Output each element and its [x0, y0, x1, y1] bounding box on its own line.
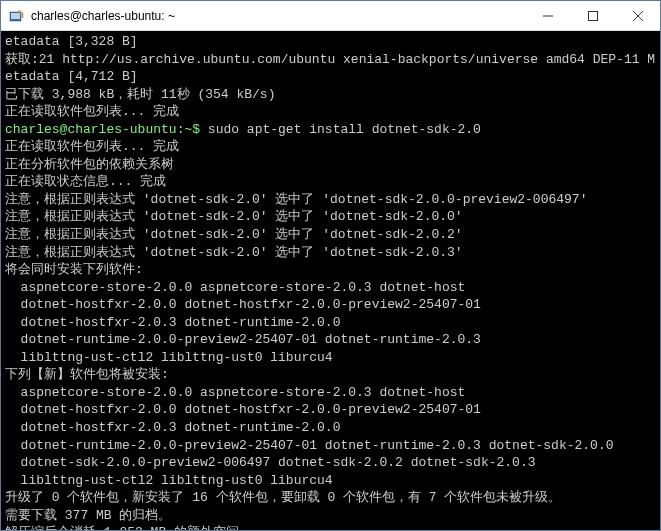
putty-icon — [9, 8, 25, 24]
svg-rect-3 — [588, 11, 597, 20]
out-line: 注意，根据正则表达式 'dotnet-sdk-2.0' 选中了 'dotnet-… — [5, 227, 463, 242]
out-line: 需要下载 377 MB 的归档。 — [5, 508, 171, 523]
out-line: 正在分析软件包的依赖关系树 — [5, 157, 174, 172]
out-line: liblttng-ust-ctl2 liblttng-ust0 liburcu4 — [5, 473, 333, 488]
out-line: 正在读取软件包列表... 完成 — [5, 139, 179, 154]
maximize-button[interactable] — [570, 1, 615, 30]
out-line: 下列【新】软件包将被安装: — [5, 367, 169, 382]
titlebar[interactable]: charles@charles-ubuntu: ~ — [1, 1, 660, 31]
window-controls — [525, 1, 660, 30]
out-line: 正在读取状态信息... 完成 — [5, 174, 166, 189]
out-line: 升级了 0 个软件包，新安装了 16 个软件包，要卸载 0 个软件包，有 7 个… — [5, 490, 561, 505]
command-text: sudo apt-get install dotnet-sdk-2.0 — [200, 122, 481, 137]
close-button[interactable] — [615, 1, 660, 30]
out-line: 注意，根据正则表达式 'dotnet-sdk-2.0' 选中了 'dotnet-… — [5, 192, 587, 207]
window-title: charles@charles-ubuntu: ~ — [31, 9, 525, 23]
svg-rect-1 — [11, 13, 20, 19]
out-line: dotnet-hostfxr-2.0.3 dotnet-runtime-2.0.… — [5, 420, 340, 435]
out-line: liblttng-ust-ctl2 liblttng-ust0 liburcu4 — [5, 350, 333, 365]
out-line: dotnet-sdk-2.0.0-preview2-006497 dotnet-… — [5, 455, 536, 470]
out-line: aspnetcore-store-2.0.0 aspnetcore-store-… — [5, 280, 465, 295]
terminal-window: charles@charles-ubuntu: ~ etadata [3,328… — [0, 0, 661, 531]
prompt-user-host: charles@charles-ubuntu: — [5, 122, 184, 137]
out-line: aspnetcore-store-2.0.0 aspnetcore-store-… — [5, 385, 465, 400]
terminal-output[interactable]: etadata [3,328 B] 获取:21 http://us.archiv… — [1, 31, 660, 530]
minimize-button[interactable] — [525, 1, 570, 30]
out-line: dotnet-hostfxr-2.0.0 dotnet-hostfxr-2.0.… — [5, 402, 481, 417]
prompt-path: ~$ — [184, 122, 200, 137]
out-line: etadata [3,328 B] — [5, 34, 138, 49]
out-line: 正在读取软件包列表... 完成 — [5, 104, 179, 119]
out-line: dotnet-hostfxr-2.0.0 dotnet-hostfxr-2.0.… — [5, 297, 481, 312]
out-line: 将会同时安装下列软件: — [5, 262, 143, 277]
out-line: 注意，根据正则表达式 'dotnet-sdk-2.0' 选中了 'dotnet-… — [5, 245, 463, 260]
out-line: dotnet-runtime-2.0.0-preview2-25407-01 d… — [5, 438, 614, 453]
out-line: dotnet-runtime-2.0.0-preview2-25407-01 d… — [5, 332, 481, 347]
out-line: dotnet-hostfxr-2.0.3 dotnet-runtime-2.0.… — [5, 315, 340, 330]
out-line: 获取:21 http://us.archive.ubuntu.com/ubunt… — [5, 52, 655, 85]
out-line: 解压缩后会消耗 1,053 MB 的额外空间。 — [5, 525, 252, 530]
out-line: 注意，根据正则表达式 'dotnet-sdk-2.0' 选中了 'dotnet-… — [5, 209, 463, 224]
out-line: 已下载 3,988 kB，耗时 11秒 (354 kB/s) — [5, 87, 275, 102]
